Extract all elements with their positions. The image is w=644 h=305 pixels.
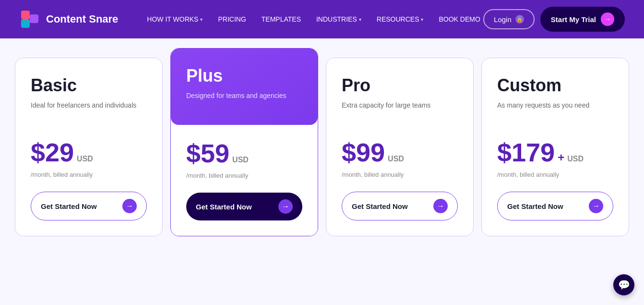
nav-templates[interactable]: TEMPLATES bbox=[262, 15, 301, 23]
plan-name-custom: Custom bbox=[497, 75, 613, 96]
plan-desc-custom: As many requests as you need bbox=[497, 100, 613, 110]
chevron-down-icon: ▾ bbox=[200, 17, 203, 22]
plan-card-pro: Pro Extra capacity for large teams $99 U… bbox=[326, 58, 474, 236]
price-area-basic: $29 USD bbox=[31, 139, 147, 165]
card-header-custom: Custom As many requests as you need bbox=[482, 58, 629, 124]
cta-button-plus[interactable]: Get Started Now → bbox=[186, 193, 302, 220]
price-amount-pro: $99 bbox=[342, 139, 385, 165]
price-currency-basic: USD bbox=[77, 155, 93, 163]
start-trial-button[interactable]: Start My Trial → bbox=[540, 7, 625, 32]
chevron-down-icon: ▾ bbox=[359, 17, 361, 22]
arrow-right-icon: → bbox=[589, 199, 603, 213]
plan-name-plus: Plus bbox=[186, 66, 302, 86]
cta-button-basic[interactable]: Get Started Now → bbox=[31, 192, 147, 220]
card-header-pro: Pro Extra capacity for large teams bbox=[326, 58, 473, 124]
chat-bubble-button[interactable]: 💬 bbox=[613, 274, 634, 295]
navbar: Content Snare HOW IT WORKS ▾ PRICING TEM… bbox=[0, 0, 644, 38]
plan-card-custom: Custom As many requests as you need $179… bbox=[481, 58, 629, 236]
pricing-section: Basic Ideal for freelancers and individu… bbox=[0, 38, 644, 305]
lock-icon: 🔒 bbox=[515, 15, 524, 24]
nav-actions: Login 🔒 Start My Trial → bbox=[483, 7, 625, 32]
price-area-custom: $179 + USD bbox=[497, 139, 613, 165]
plan-name-pro: Pro bbox=[342, 75, 458, 96]
nav-links: HOW IT WORKS ▾ PRICING TEMPLATES INDUSTR… bbox=[147, 15, 483, 23]
nav-pricing[interactable]: PRICING bbox=[218, 15, 246, 23]
svg-rect-2 bbox=[30, 14, 38, 23]
plan-desc-pro: Extra capacity for large teams bbox=[342, 100, 458, 110]
arrow-right-icon: → bbox=[278, 199, 293, 214]
price-amount-custom: $179 bbox=[497, 139, 555, 165]
svg-rect-1 bbox=[21, 19, 30, 28]
price-period-basic: /month, billed annually bbox=[31, 171, 147, 178]
card-body-custom: $179 + USD /month, billed annually Get S… bbox=[482, 124, 629, 236]
logo[interactable]: Content Snare bbox=[19, 9, 118, 30]
cta-button-pro[interactable]: Get Started Now → bbox=[342, 192, 458, 220]
nav-industries[interactable]: INDUSTRIES ▾ bbox=[316, 15, 361, 23]
price-area-pro: $99 USD bbox=[342, 139, 458, 165]
price-currency-custom: USD bbox=[567, 155, 584, 163]
price-amount-plus: $59 bbox=[186, 140, 229, 166]
plan-card-basic: Basic Ideal for freelancers and individu… bbox=[15, 58, 163, 236]
price-amount-basic: $29 bbox=[31, 139, 74, 165]
logo-icon bbox=[19, 9, 40, 30]
chevron-down-icon: ▾ bbox=[421, 17, 423, 22]
arrow-right-icon: → bbox=[122, 199, 137, 213]
svg-rect-0 bbox=[21, 11, 30, 19]
nav-how-it-works[interactable]: HOW IT WORKS ▾ bbox=[147, 15, 203, 23]
card-header-basic: Basic Ideal for freelancers and individu… bbox=[15, 58, 162, 124]
price-period-plus: /month, billed annually bbox=[186, 172, 302, 179]
pricing-grid: Basic Ideal for freelancers and individu… bbox=[15, 58, 629, 236]
cta-button-custom[interactable]: Get Started Now → bbox=[497, 192, 613, 220]
nav-resources[interactable]: RESOURCES ▾ bbox=[377, 15, 424, 23]
plan-desc-plus: Designed for teams and agencies bbox=[186, 91, 302, 101]
price-area-plus: $59 USD bbox=[186, 140, 302, 166]
price-currency-plus: USD bbox=[232, 156, 249, 164]
logo-text: Content Snare bbox=[46, 13, 118, 25]
price-currency-pro: USD bbox=[388, 155, 404, 163]
price-period-custom: /month, billed annually bbox=[497, 171, 613, 178]
plan-desc-basic: Ideal for freelancers and individuals bbox=[31, 100, 147, 110]
plan-card-plus: Plus Designed for teams and agencies $59… bbox=[170, 48, 318, 236]
card-body-pro: $99 USD /month, billed annually Get Star… bbox=[326, 124, 473, 236]
plan-name-basic: Basic bbox=[31, 75, 147, 96]
nav-book-demo[interactable]: BOOK DEMO bbox=[439, 15, 480, 23]
card-header-plus: Plus Designed for teams and agencies bbox=[171, 49, 318, 125]
card-body-plus: $59 USD /month, billed annually Get Star… bbox=[171, 125, 318, 236]
arrow-right-icon: → bbox=[601, 12, 614, 26]
price-period-pro: /month, billed annually bbox=[342, 171, 458, 178]
card-body-basic: $29 USD /month, billed annually Get Star… bbox=[15, 124, 162, 236]
login-button[interactable]: Login 🔒 bbox=[483, 9, 535, 29]
price-plus-custom: + bbox=[558, 151, 564, 164]
arrow-right-icon: → bbox=[433, 199, 448, 213]
